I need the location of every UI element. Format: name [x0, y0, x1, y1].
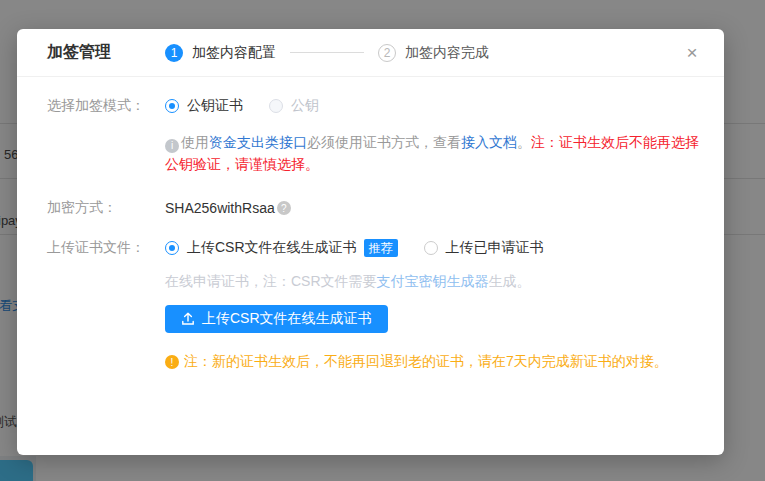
- encrypt-method-label: 加密方式：: [47, 199, 165, 217]
- step-connector-line: [290, 52, 364, 53]
- radio-upload-csr[interactable]: 上传CSR文件在线生成证书 推荐: [165, 239, 398, 257]
- radio-disabled-icon[interactable]: [269, 99, 283, 113]
- csr-hint: 在线申请证书，注：CSR文件需要支付宝密钥生成器生成。: [165, 273, 694, 291]
- help-icon[interactable]: ?: [277, 201, 291, 215]
- radio-public-key-cert-label: 公钥证书: [187, 97, 243, 115]
- funds-api-link[interactable]: 资金支出类接口: [209, 134, 307, 150]
- step-2-number: 2: [378, 44, 396, 62]
- warning-icon: !: [165, 355, 179, 369]
- access-doc-link[interactable]: 接入文档: [461, 134, 517, 150]
- upload-csr-button-label: 上传CSR文件在线生成证书: [202, 310, 372, 328]
- radio-upload-csr-label: 上传CSR文件在线生成证书: [187, 239, 357, 257]
- modal-header: 加签管理 1 加签内容配置 2 加签内容完成 ×: [17, 29, 724, 77]
- step-1-number: 1: [165, 44, 183, 62]
- radio-public-key[interactable]: 公钥: [269, 97, 319, 115]
- note-text: 。: [517, 134, 531, 150]
- modal-title: 加签管理: [47, 42, 111, 63]
- recommended-badge: 推荐: [364, 239, 398, 257]
- note-text: 必须使用证书方式，查看: [307, 134, 461, 150]
- radio-upload-existing[interactable]: 上传已申请证书: [424, 239, 544, 257]
- radio-unselected-icon[interactable]: [424, 241, 438, 255]
- step-1-label: 加签内容配置: [192, 44, 276, 62]
- encrypt-method-value: SHA256withRsaa: [165, 200, 275, 216]
- cert-switch-warning: ! 注：新的证书生效后，不能再回退到老的证书，请在7天内完成新证书的对接。: [165, 353, 694, 371]
- sign-mode-label: 选择加签模式：: [47, 97, 165, 115]
- page: 563 ipay 查看支 测试应 加签管理 1 加签内容配置 2 加签内容完成 …: [0, 0, 765, 481]
- modal-body: 选择加签模式： 公钥证书 公钥 i使用资金支出类接口必须使用证书方式，查看接入文…: [17, 77, 724, 371]
- upload-cert-label: 上传证书文件：: [47, 239, 165, 257]
- upload-icon: [181, 312, 195, 326]
- info-icon: i: [165, 139, 179, 153]
- radio-selected-icon[interactable]: [165, 241, 179, 255]
- hint-text: 在线申请证书，注：CSR文件需要: [165, 273, 377, 289]
- upload-csr-button[interactable]: 上传CSR文件在线生成证书: [165, 305, 388, 333]
- radio-public-key-cert[interactable]: 公钥证书: [165, 97, 243, 115]
- step-2: 2 加签内容完成: [378, 44, 489, 62]
- close-icon[interactable]: ×: [680, 41, 704, 65]
- encrypt-method-row: 加密方式： SHA256withRsaa ?: [47, 199, 694, 217]
- sign-management-modal: 加签管理 1 加签内容配置 2 加签内容完成 × 选择加签模式：: [17, 29, 724, 455]
- radio-upload-existing-label: 上传已申请证书: [446, 239, 544, 257]
- step-2-label: 加签内容完成: [405, 44, 489, 62]
- radio-selected-icon[interactable]: [165, 99, 179, 113]
- note-text: 使用: [181, 134, 209, 150]
- upload-cert-row: 上传证书文件： 上传CSR文件在线生成证书 推荐 上传已申请证书: [47, 239, 694, 257]
- step-indicator: 1 加签内容配置 2 加签内容完成: [165, 44, 489, 62]
- key-generator-link[interactable]: 支付宝密钥生成器: [377, 273, 489, 289]
- mode-note: i使用资金支出类接口必须使用证书方式，查看接入文档。注：证书生效后不能再选择公钥…: [165, 131, 707, 175]
- sign-mode-row: 选择加签模式： 公钥证书 公钥: [47, 97, 694, 115]
- radio-public-key-label: 公钥: [291, 97, 319, 115]
- step-1: 1 加签内容配置: [165, 44, 276, 62]
- cert-switch-warning-text: 注：新的证书生效后，不能再回退到老的证书，请在7天内完成新证书的对接。: [184, 353, 668, 371]
- hint-text: 生成。: [489, 273, 531, 289]
- encrypt-method-value-wrap: SHA256withRsaa ?: [165, 200, 291, 216]
